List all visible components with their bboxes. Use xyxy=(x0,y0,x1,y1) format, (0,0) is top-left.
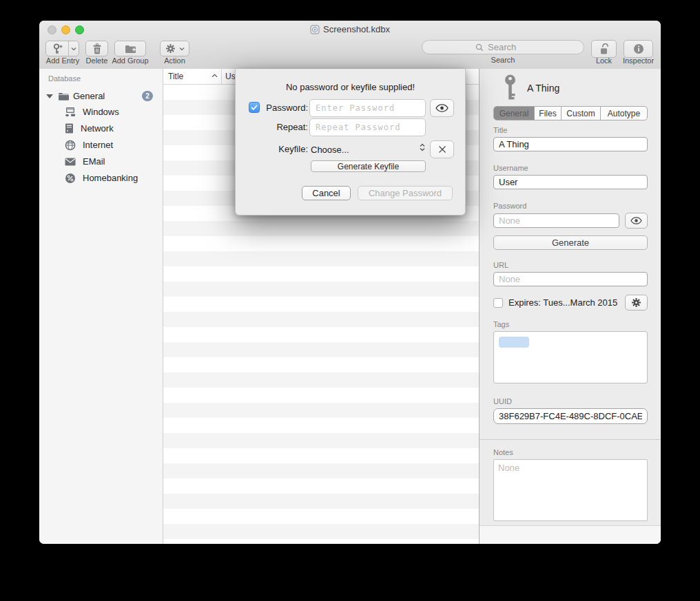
key-plus-icon xyxy=(52,43,63,54)
percent-icon xyxy=(65,173,76,184)
generate-keyfile-button[interactable]: Generate Keyfile xyxy=(311,160,426,172)
cancel-button[interactable]: Cancel xyxy=(302,186,351,200)
tab-files[interactable]: Files xyxy=(535,107,562,120)
tags-box[interactable] xyxy=(493,331,648,383)
search-icon xyxy=(475,43,484,52)
change-password-dialog: No password or keyfile supplied! Passwor… xyxy=(235,69,466,215)
sidebar-item-internet[interactable]: Internet xyxy=(39,137,163,153)
title-field-label: Title xyxy=(493,126,648,134)
action-button[interactable] xyxy=(160,41,189,56)
group-sidebar: Database General 2 Windows xyxy=(39,69,163,544)
url-field-label: URL xyxy=(493,261,648,269)
folder-icon xyxy=(58,92,70,101)
sidebar-item-general[interactable]: General 2 xyxy=(39,88,163,104)
sidebar-item-label: General xyxy=(73,91,105,101)
reveal-password-button[interactable] xyxy=(430,99,454,117)
username-field-label: Username xyxy=(493,164,648,172)
sort-ascending-icon xyxy=(212,74,218,78)
expires-checkbox[interactable] xyxy=(493,298,503,308)
chevron-down-icon xyxy=(179,47,185,51)
generate-password-button[interactable]: Generate xyxy=(493,235,648,250)
add-entry-dropdown[interactable] xyxy=(68,41,79,56)
password-field[interactable] xyxy=(493,213,619,228)
delete-button[interactable] xyxy=(85,41,108,56)
inspector-footer xyxy=(480,525,661,544)
sidebar-item-homebanking[interactable]: Homebanking xyxy=(39,170,163,186)
disclosure-triangle-icon[interactable] xyxy=(46,94,53,98)
expires-settings-button[interactable] xyxy=(625,295,648,310)
username-field[interactable] xyxy=(493,175,648,189)
inspector-panel: A Thing General Files Custom Autotype Ti… xyxy=(479,69,661,544)
key-icon xyxy=(503,74,517,102)
tab-general[interactable]: General xyxy=(494,107,535,120)
info-icon xyxy=(633,43,644,54)
tab-custom[interactable]: Custom xyxy=(562,107,601,120)
search-input[interactable] xyxy=(486,41,531,53)
lock-button[interactable] xyxy=(591,40,617,58)
trash-icon xyxy=(92,43,102,54)
dialog-repeat-input[interactable] xyxy=(309,118,426,136)
repeat-label: Repeat: xyxy=(236,118,308,136)
globe-icon xyxy=(65,140,76,151)
notes-field[interactable] xyxy=(493,459,648,521)
sidebar-item-label: Homebanking xyxy=(83,173,138,183)
inspector-tabs: General Files Custom Autotype xyxy=(493,106,648,120)
sidebar-section-header: Database xyxy=(48,74,81,83)
add-group-label: Add Group xyxy=(110,56,151,65)
delete-label: Delete xyxy=(81,56,112,65)
expires-row: Expires: Tues...March 2015 xyxy=(493,295,648,310)
document-icon xyxy=(310,25,320,34)
uuid-field[interactable] xyxy=(493,408,648,424)
gear-icon xyxy=(631,297,641,308)
column-header-title[interactable]: Title xyxy=(163,69,222,84)
titlebar-toolbar: Screenshot.kdbx Add Entry xyxy=(39,21,661,70)
dialog-message: No password or keyfile supplied! xyxy=(236,82,465,92)
entry-title: A Thing xyxy=(527,83,559,94)
inspector-button[interactable] xyxy=(624,40,653,58)
sidebar-item-label: Windows xyxy=(83,107,119,117)
gear-icon xyxy=(165,43,176,54)
eye-icon xyxy=(630,217,642,224)
sidebar-item-label: Network xyxy=(81,123,114,134)
tag-pill[interactable] xyxy=(499,337,529,348)
close-icon xyxy=(438,145,446,154)
section-divider xyxy=(480,439,661,440)
clear-keyfile-button[interactable] xyxy=(430,140,454,158)
keyfile-label: Keyfile: xyxy=(236,140,308,158)
app-window: Screenshot.kdbx Add Entry xyxy=(39,21,661,544)
uuid-field-label: UUID xyxy=(493,397,648,405)
entry-header: A Thing xyxy=(493,72,648,104)
search-field[interactable] xyxy=(422,40,584,54)
entry-count-badge: 2 xyxy=(142,91,153,101)
expires-label: Expires: Tues...March 2015 xyxy=(508,297,617,308)
sidebar-item-label: EMail xyxy=(83,156,105,167)
envelope-icon xyxy=(65,158,76,166)
stepper-icon[interactable] xyxy=(419,143,426,151)
eye-icon xyxy=(435,104,449,112)
folder-plus-icon xyxy=(125,44,136,54)
password-field-label: Password xyxy=(493,202,648,210)
reveal-password-button[interactable] xyxy=(625,213,648,229)
url-field[interactable] xyxy=(493,272,648,286)
change-password-button[interactable]: Change Password xyxy=(358,186,453,200)
workstation-icon xyxy=(65,107,76,117)
action-label: Action xyxy=(160,56,189,65)
unlock-icon xyxy=(599,43,609,55)
keyfile-popup[interactable]: Choose... xyxy=(311,140,349,158)
add-entry-button[interactable] xyxy=(45,41,79,56)
window-title: Screenshot.kdbx xyxy=(39,24,661,34)
password-label: Password: xyxy=(236,99,308,117)
dialog-password-input[interactable] xyxy=(309,99,426,117)
sidebar-item-label: Internet xyxy=(83,140,113,150)
chevron-down-icon xyxy=(71,47,76,51)
add-entry-label: Add Entry xyxy=(43,56,82,65)
search-label: Search xyxy=(422,56,584,64)
title-field[interactable] xyxy=(493,137,648,151)
inspector-label: Inspector xyxy=(620,56,657,65)
add-group-button[interactable] xyxy=(114,41,146,56)
tab-autotype[interactable]: Autotype xyxy=(601,107,647,120)
sidebar-item-network[interactable]: Network xyxy=(39,120,163,136)
sidebar-item-email[interactable]: EMail xyxy=(39,154,163,169)
sidebar-item-windows[interactable]: Windows xyxy=(39,104,163,120)
server-icon xyxy=(65,123,74,134)
